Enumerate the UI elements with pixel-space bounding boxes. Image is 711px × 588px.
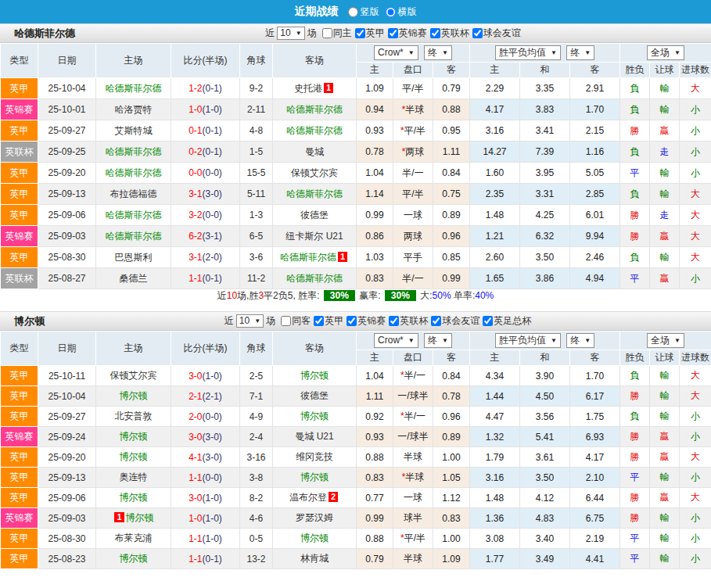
league-checkbox[interactable] — [388, 28, 398, 38]
home-team-cell[interactable]: 布莱克浦 — [96, 529, 171, 549]
team-name[interactable]: 彼德堡 — [300, 210, 329, 220]
team-name[interactable]: 艾斯特城 — [115, 125, 153, 136]
score-cell[interactable]: 2-0(0-0) — [171, 407, 240, 427]
league-checkbox[interactable] — [431, 316, 441, 326]
final-odds-select[interactable]: 终▼ — [566, 45, 594, 60]
league-filter-option[interactable]: 英联杯 — [386, 314, 428, 328]
away-team-cell[interactable]: 曼城 U21 — [273, 427, 357, 447]
home-team-cell[interactable]: 奥连特 — [96, 468, 171, 488]
away-team-cell[interactable]: 彼德堡 — [273, 205, 357, 226]
home-team-cell[interactable]: 布拉德福德 — [96, 184, 171, 205]
score-cell[interactable]: 3-2(0-0) — [171, 205, 240, 226]
league-checkbox[interactable] — [472, 28, 483, 38]
team-name[interactable]: 哈洛贾特 — [115, 104, 153, 115]
score-cell[interactable]: 1-1(0-1) — [171, 268, 240, 289]
layout-radio[interactable] — [386, 7, 396, 17]
team-name[interactable]: 哈德斯菲尔德 — [286, 125, 343, 136]
team-name[interactable]: 史托港 — [294, 83, 322, 94]
layout-radio-option[interactable]: 横版 — [386, 5, 417, 19]
team-name[interactable]: 哈德斯菲尔德 — [106, 167, 162, 178]
away-team-cell[interactable]: 维冈竞技 — [273, 447, 357, 468]
home-team-cell[interactable]: 巴恩斯利 — [96, 247, 171, 268]
away-team-cell[interactable]: 博尔顿 — [273, 366, 357, 386]
league-checkbox[interactable] — [314, 316, 324, 326]
home-team-cell[interactable]: 保顿艾尔宾 — [96, 366, 171, 386]
score-cell[interactable]: 1-0(1-0) — [171, 508, 240, 529]
team-name[interactable]: 博尔顿 — [126, 512, 154, 523]
score-cell[interactable]: 1-1(0-1) — [171, 549, 240, 569]
team-name[interactable]: 哈德斯菲尔德 — [106, 146, 162, 157]
away-team-cell[interactable]: 博尔顿 — [273, 529, 357, 549]
team-name[interactable]: 布莱克浦 — [115, 532, 153, 543]
league-filter-option[interactable]: 球会友谊 — [469, 27, 521, 40]
away-team-cell[interactable]: 史托港1 — [273, 78, 357, 99]
home-team-cell[interactable]: 1博尔顿 — [96, 508, 171, 529]
home-team-cell[interactable]: 哈德斯菲尔德 — [96, 163, 171, 184]
score-cell[interactable]: 3-1(2-0) — [171, 247, 240, 268]
league-filter-option[interactable]: 英锦赛 — [385, 27, 427, 40]
away-team-cell[interactable]: 博尔顿 — [273, 407, 357, 427]
team-name[interactable]: 保顿艾尔宾 — [291, 167, 338, 178]
league-filter-option[interactable]: 英甲 — [311, 314, 343, 328]
team-name[interactable]: 哈德斯菲尔德 — [286, 188, 343, 199]
team-name[interactable]: 哈德斯菲尔德 — [106, 83, 162, 94]
score-cell[interactable]: 0-1(0-1) — [171, 120, 240, 142]
team-name[interactable]: 北安普敦 — [115, 411, 153, 421]
scope-select[interactable]: 全场▼ — [647, 333, 684, 348]
away-team-cell[interactable]: 温布尔登2 — [273, 488, 357, 508]
score-cell[interactable]: 1-2(0-1) — [171, 78, 240, 99]
score-cell[interactable]: 3-0(1-0) — [171, 488, 240, 508]
away-team-cell[interactable]: 哈德斯菲尔德 — [273, 120, 357, 142]
home-team-cell[interactable]: 艾斯特城 — [96, 120, 171, 142]
away-team-cell[interactable]: 哈德斯菲尔德 — [273, 99, 357, 120]
home-team-cell[interactable]: 博尔顿 — [96, 427, 171, 447]
away-team-cell[interactable]: 哈德斯菲尔德 — [273, 184, 357, 205]
team-name[interactable]: 保顿艾尔宾 — [110, 370, 157, 381]
team-name[interactable]: 博尔顿 — [120, 492, 148, 503]
team-name[interactable]: 博尔顿 — [300, 532, 329, 543]
league-checkbox[interactable] — [483, 316, 493, 326]
league-checkbox[interactable] — [322, 28, 332, 38]
team-name[interactable]: 哈德斯菲尔德 — [286, 273, 343, 284]
score-cell[interactable]: 0-2(0-1) — [171, 142, 240, 163]
home-team-cell[interactable]: 桑德兰 — [96, 268, 171, 289]
away-team-cell[interactable]: 哈德斯菲尔德 — [273, 268, 357, 289]
final-odds-select[interactable]: 终▼ — [424, 45, 452, 60]
league-filter-option[interactable]: 英联杯 — [427, 27, 469, 40]
team-name[interactable]: 博尔顿 — [120, 390, 148, 401]
home-team-cell[interactable]: 博尔顿 — [96, 488, 171, 508]
team-name[interactable]: 博尔顿 — [120, 553, 148, 564]
team-name[interactable]: 哈德斯菲尔德 — [280, 252, 336, 263]
bookmaker-select[interactable]: Crow*▼ — [374, 45, 418, 60]
match-count-select[interactable]: 10 ▼ — [277, 27, 304, 40]
league-filter-option[interactable]: 英足总杯 — [479, 314, 531, 328]
away-team-cell[interactable]: 保顿艾尔宾 — [273, 163, 357, 184]
league-filter-option[interactable]: 同客 — [278, 314, 311, 328]
away-team-cell[interactable]: 彼德堡 — [273, 386, 357, 407]
score-cell[interactable]: 6-2(3-1) — [171, 226, 240, 247]
team-name[interactable]: 哈德斯菲尔德 — [286, 104, 343, 115]
home-team-cell[interactable]: 哈德斯菲尔德 — [96, 205, 171, 226]
score-cell[interactable]: 1-1(1-0) — [171, 529, 240, 549]
team-name[interactable]: 曼城 U21 — [295, 431, 333, 442]
layout-radio-option[interactable]: 竖版 — [348, 5, 379, 19]
team-name[interactable]: 博尔顿 — [300, 411, 329, 421]
league-checkbox[interactable] — [430, 28, 440, 38]
final-odds-select[interactable]: 终▼ — [566, 333, 594, 348]
away-team-cell[interactable]: 哈德斯菲尔德1 — [273, 247, 357, 268]
league-filter-option[interactable]: 英甲 — [352, 27, 385, 40]
home-team-cell[interactable]: 哈德斯菲尔德 — [96, 78, 171, 99]
score-cell[interactable]: 4-1(3-0) — [171, 447, 240, 468]
home-team-cell[interactable]: 哈洛贾特 — [96, 99, 171, 120]
league-checkbox[interactable] — [389, 316, 399, 326]
avg-select[interactable]: 胜平负均值▼ — [495, 333, 561, 348]
league-checkbox[interactable] — [347, 316, 357, 326]
score-cell[interactable]: 1-0(1-0) — [171, 99, 240, 120]
home-team-cell[interactable]: 博尔顿 — [96, 447, 171, 468]
league-filter-option[interactable]: 球会友谊 — [428, 314, 479, 328]
team-name[interactable]: 维冈竞技 — [296, 451, 333, 462]
home-team-cell[interactable]: 哈德斯菲尔德 — [96, 142, 171, 163]
team-name[interactable]: 桑德兰 — [120, 273, 148, 284]
match-count-select[interactable]: 10 ▼ — [236, 314, 264, 328]
score-cell[interactable]: 1-1(0-0) — [171, 468, 240, 488]
